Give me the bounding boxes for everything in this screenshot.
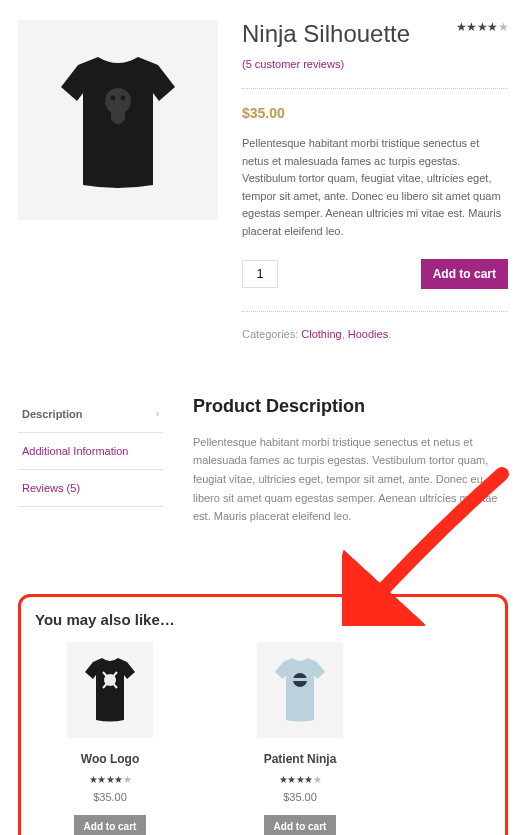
upsell-rating: ★★★★★	[35, 774, 185, 785]
upsell-add-to-cart-button[interactable]: Add to cart	[264, 815, 337, 835]
product-title: Ninja Silhouette	[242, 20, 410, 48]
product-gallery[interactable]	[18, 20, 218, 220]
tab-label: Reviews (5)	[22, 482, 80, 494]
svg-point-1	[111, 96, 116, 101]
tab-reviews[interactable]: Reviews (5)	[18, 470, 163, 507]
upsell-product-title: Patient Ninja	[225, 752, 375, 766]
tab-description[interactable]: Description ›	[18, 396, 163, 433]
upsell-product[interactable]: Woo Logo ★★★★★ $35.00 Add to cart	[35, 642, 185, 835]
add-to-cart-button[interactable]: Add to cart	[421, 259, 508, 289]
category-link[interactable]: Clothing	[301, 328, 341, 340]
divider	[242, 88, 508, 89]
upsell-rating: ★★★★★	[225, 774, 375, 785]
upsell-product-title: Woo Logo	[35, 752, 185, 766]
reviews-link[interactable]: (5 customer reviews)	[242, 58, 344, 70]
product-meta: Categories: Clothing, Hoodies.	[242, 328, 508, 340]
product-price: $35.00	[242, 105, 508, 121]
product-image[interactable]	[18, 20, 218, 220]
product-short-description: Pellentesque habitant morbi tristique se…	[242, 135, 508, 241]
svg-point-2	[121, 96, 126, 101]
upsell-product-price: $35.00	[225, 791, 375, 803]
categories-label: Categories:	[242, 328, 301, 340]
upsell-thumbnail[interactable]	[67, 642, 153, 738]
divider	[242, 311, 508, 312]
quantity-input[interactable]	[242, 260, 278, 288]
tab-content-heading: Product Description	[193, 396, 508, 417]
tab-label: Additional Information	[22, 445, 128, 457]
upsell-section: You may also like… Woo Logo ★★★★★ $35.00…	[18, 594, 508, 835]
category-link[interactable]: Hoodies	[348, 328, 388, 340]
product-tabs: Description › Additional Information Rev…	[18, 396, 163, 507]
tab-label: Description	[22, 408, 83, 420]
tshirt-icon	[265, 650, 335, 730]
product-rating: ★★★★★	[456, 20, 509, 34]
upsell-add-to-cart-button[interactable]: Add to cart	[74, 815, 147, 835]
tshirt-icon	[75, 650, 145, 730]
upsell-product[interactable]: Patient Ninja ★★★★★ $35.00 Add to cart	[225, 642, 375, 835]
upsell-product-price: $35.00	[35, 791, 185, 803]
chevron-right-icon: ›	[156, 408, 159, 419]
upsell-heading: You may also like…	[35, 611, 491, 628]
upsell-thumbnail[interactable]	[257, 642, 343, 738]
tab-additional-information[interactable]: Additional Information	[18, 433, 163, 470]
svg-rect-7	[293, 678, 307, 681]
tshirt-icon	[33, 35, 203, 205]
svg-point-0	[105, 88, 131, 114]
tab-content-body: Pellentesque habitant morbi tristique se…	[193, 433, 508, 526]
